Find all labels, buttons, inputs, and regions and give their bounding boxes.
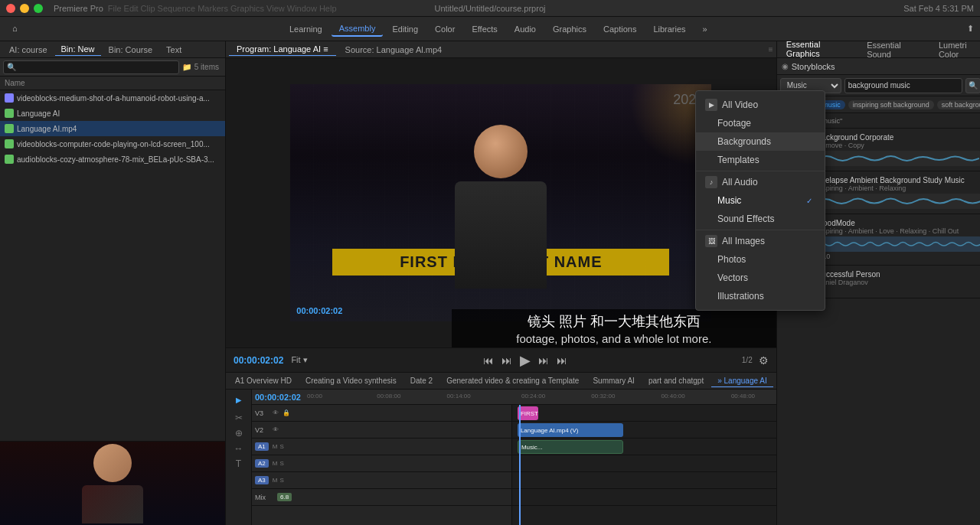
fast-forward-button[interactable]: ⏭ <box>555 353 569 368</box>
footage-label: Footage <box>717 118 751 129</box>
tl-tab-synthesis[interactable]: Creating a Video synthesis <box>299 375 403 386</box>
panel-options[interactable]: ≡ <box>769 45 773 54</box>
dropdown-illustrations[interactable]: Illustrations <box>696 287 825 305</box>
tab-source[interactable]: Source: Language Al.mp4 <box>338 44 450 56</box>
play-button[interactable]: ▶ <box>518 351 532 370</box>
file-item[interactable]: Language AI.mp4 <box>0 121 225 136</box>
dropdown-photos[interactable]: Photos <box>696 250 825 269</box>
timeline: A1 Overview HD Creating a Video synthesi… <box>226 372 776 525</box>
music-label: Music <box>717 195 741 206</box>
dropdown-section-audio: ♪ All Audio Music ✓ Sound Effects <box>696 171 825 230</box>
dropdown-vectors[interactable]: Vectors <box>696 269 825 287</box>
tl-tab-generated[interactable]: Generated video & creating a Template <box>440 375 585 386</box>
step-back-button[interactable]: ⏭ <box>500 353 514 368</box>
result-meta-2: Inspiring · Ambient · Relaxing <box>817 184 980 192</box>
tab-essential-graphics[interactable]: Essential Graphics <box>780 38 859 60</box>
tab-essential-sound[interactable]: Essential Sound <box>861 39 931 60</box>
dropdown-templates[interactable]: Templates <box>696 151 825 169</box>
file-name: videoblocks-medium-shot-of-a-humanoid-ro… <box>17 94 210 103</box>
system-time: Sat Feb 4 5:31 PM <box>903 4 974 13</box>
nav-assembly[interactable]: Assembly <box>332 21 384 37</box>
home-button[interactable]: ⌂ <box>6 17 24 41</box>
dropdown-all-video[interactable]: ▶ All Video <box>696 96 825 114</box>
tl-ctrl-4[interactable]: T <box>236 458 241 469</box>
nav-captions[interactable]: Captions <box>596 22 644 36</box>
tl-tab-language[interactable]: » Language AI <box>711 375 773 387</box>
tab-ai-course[interactable]: AI: course <box>3 44 54 56</box>
audio-icon: ♪ <box>705 176 717 188</box>
nav-audio[interactable]: Audio <box>507 22 544 36</box>
timeline-play-btn[interactable]: ▶ <box>236 393 241 408</box>
tab-lumetri-color[interactable]: Lumetri Color <box>933 39 980 60</box>
dropdown-menu[interactable]: ▶ All Video Footage Backgrounds Template… <box>695 90 825 311</box>
track-eye-icon[interactable]: 👁 <box>273 426 279 433</box>
timeline-ruler: 00:00 00:08:00 00:14:00 00:24:00 00:32:0… <box>307 393 773 402</box>
dropdown-backgrounds[interactable]: Backgrounds <box>696 132 825 151</box>
dropdown-sound-effects[interactable]: Sound Effects <box>696 210 825 228</box>
backgrounds-label: Backgrounds <box>717 136 771 147</box>
file-item[interactable]: Language AI <box>0 106 225 121</box>
clip-language-ai[interactable]: Language AI.mp4 (V) <box>518 423 623 437</box>
left-panel: AI: course Bin: New Bin: Course Text 📁 5… <box>0 41 226 525</box>
nav-editing[interactable]: Editing <box>384 22 426 36</box>
dropdown-all-audio[interactable]: ♪ All Audio <box>696 173 825 191</box>
result-meta-4: Daniel Draganov <box>817 279 980 286</box>
file-icon <box>5 109 14 118</box>
right-panel-tabs: Essential Graphics Essential Sound Lumet… <box>777 41 980 58</box>
photos-label: Photos <box>717 254 746 265</box>
file-item[interactable]: videoblocks-medium-shot-of-a-humanoid-ro… <box>0 90 225 106</box>
nav-libraries[interactable]: Libraries <box>645 22 693 36</box>
filter-tag-inspiring[interactable]: inspiring soft background <box>848 100 934 109</box>
checkmark-icon: ✓ <box>806 197 815 205</box>
dropdown-footage[interactable]: Footage <box>696 114 825 132</box>
fit-dropdown[interactable]: Fit ▾ <box>289 354 309 367</box>
file-icon <box>5 155 14 164</box>
result-title-4: Successful Person <box>817 270 980 279</box>
track-a3-label: A3 <box>255 476 269 484</box>
storyblocks-search-input[interactable] <box>844 78 962 93</box>
tab-program[interactable]: Program: Language AI ≡ <box>229 43 336 56</box>
dropdown-section-video: ▶ All Video Footage Backgrounds Template… <box>696 94 825 171</box>
clip-firstname[interactable]: FIRST NAME <box>518 406 539 420</box>
track-header-mix: Mix 6.8 <box>252 489 511 506</box>
tab-text[interactable]: Text <box>160 44 188 56</box>
share-icon[interactable]: ⬆ <box>967 24 974 34</box>
nav-learning[interactable]: Learning <box>282 22 330 36</box>
tab-bin-course[interactable]: Bin: Course <box>103 44 158 56</box>
video-preview: 2023 FIRST NAME LAST NAME 00:00:02:02 <box>226 58 776 347</box>
tl-tab-date[interactable]: Date 2 <box>404 375 439 386</box>
file-item[interactable]: audioblocks-cozy-atmosphere-78-mix_BELa-… <box>0 152 225 167</box>
settings-icon[interactable]: ⚙ <box>757 353 770 368</box>
storyblocks-search-button[interactable]: 🔍 <box>965 78 980 93</box>
nav-graphics[interactable]: Graphics <box>545 22 594 36</box>
maximize-button[interactable] <box>34 4 43 13</box>
tl-ctrl-1[interactable]: ✂ <box>235 412 243 423</box>
nav-more[interactable]: » <box>695 22 715 36</box>
tl-tab-chatgpt[interactable]: part and chatgpt <box>642 375 710 386</box>
item-count: 5 items <box>194 63 222 71</box>
file-icon <box>5 139 14 148</box>
tl-tab-overview[interactable]: A1 Overview HD <box>229 375 298 386</box>
nav-effects[interactable]: Effects <box>464 22 505 36</box>
close-button[interactable] <box>6 4 15 13</box>
tl-ctrl-2[interactable]: ⊕ <box>235 428 243 439</box>
tab-bin-new[interactable]: Bin: New <box>55 43 101 56</box>
track-lock-icon[interactable]: 🔒 <box>283 409 290 416</box>
result-info-2: Trielapse Ambient Background Study Music… <box>817 176 980 209</box>
minimize-button[interactable] <box>20 4 29 13</box>
tl-tab-summary[interactable]: Summary AI <box>586 375 640 386</box>
storyblocks-header: ◉ Storyblocks ✕ <box>777 58 980 75</box>
dropdown-all-images[interactable]: 🖼 All Images <box>696 232 825 250</box>
result-title-3: MoodMode <box>817 219 980 227</box>
track-header-v3: V3 👁 🔒 <box>252 405 511 422</box>
search-input[interactable] <box>3 60 179 74</box>
nav-color[interactable]: Color <box>427 22 462 36</box>
step-forward-button[interactable]: ⏭ <box>537 353 550 368</box>
file-item[interactable]: videoblocks-computer-code-playing-on-lcd… <box>0 136 225 152</box>
dropdown-music[interactable]: Music ✓ <box>696 191 825 210</box>
tl-ctrl-3[interactable]: ↔ <box>234 443 243 454</box>
rewind-button[interactable]: ⏮ <box>482 353 495 368</box>
track-eye-icon[interactable]: 👁 <box>273 409 279 416</box>
filter-tag-soft[interactable]: soft background music <box>937 100 980 109</box>
clip-audio-1[interactable]: Music... <box>518 440 623 454</box>
